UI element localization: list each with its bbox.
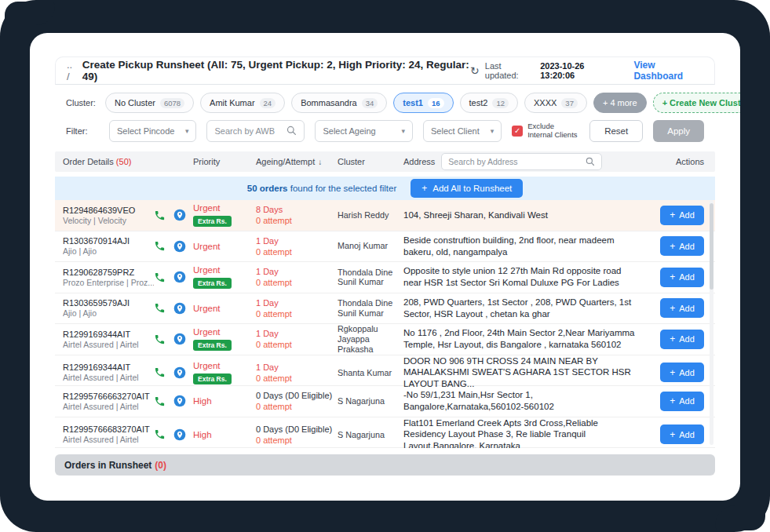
location-icon[interactable] — [173, 271, 186, 283]
awb-search-input[interactable] — [214, 126, 286, 136]
add-all-to-runsheet-button[interactable]: + Add All to Runsheet — [411, 179, 523, 198]
phone-icon[interactable] — [154, 333, 166, 345]
client-select-value: Select Client — [431, 126, 480, 136]
view-dashboard-link[interactable]: View Dashboard — [633, 60, 703, 82]
location-icon[interactable] — [173, 240, 186, 253]
location-icon[interactable] — [173, 366, 186, 379]
address-value: Flat101 Emerland Creek Apts 3rd Cross,Re… — [403, 417, 654, 449]
ageing-cell: 1 Day 0 attempt — [256, 236, 338, 257]
cluster-value: S Nagarjuna — [338, 396, 403, 406]
table-row: R1294864639VEO Velocity | Velocity Urgen… — [55, 200, 715, 231]
order-cell: R1303670914AJI Ajio | Ajio — [63, 236, 154, 256]
cluster-chip[interactable]: XXXX 37 — [524, 93, 587, 113]
column-address: Address — [403, 153, 654, 170]
phone-icon[interactable] — [154, 395, 166, 407]
address-value: No 1176 , 2nd Floor, 24th Main Sector 2,… — [403, 327, 654, 351]
phone-icon[interactable] — [154, 271, 166, 283]
orders-in-runsheet-bar[interactable]: Orders in Runsheet (0) — [55, 454, 715, 476]
pincode-select[interactable]: Select Pincode ▾ — [109, 120, 196, 142]
breadcrumb[interactable]: .. / — [67, 59, 78, 82]
orders-table-body: R1294864639VEO Velocity | Velocity Urgen… — [55, 200, 715, 448]
priority-value: Urgent — [193, 203, 256, 213]
priority-value: Urgent — [193, 242, 256, 251]
results-banner: 50 orders found for the selected filter … — [55, 177, 715, 200]
add-button[interactable]: + Add — [660, 206, 704, 225]
attempt-count: 0 attempt — [256, 309, 338, 319]
priority-value: Urgent — [193, 327, 256, 337]
phone-icon[interactable] — [154, 240, 166, 252]
apply-button[interactable]: Apply — [653, 120, 704, 142]
actions-cell: + Add — [654, 298, 704, 318]
priority-value: Urgent — [193, 265, 256, 275]
attempt-count: 0 attempt — [256, 340, 338, 349]
table-row: R1303670914AJI Ajio | Ajio Urgent 1 Day … — [55, 231, 715, 263]
actions-cell: + Add — [654, 363, 704, 382]
cluster-chip[interactable]: No Cluster 6078 — [105, 93, 194, 113]
table-header: Order Details (50) Priority Ageing/Attem… — [55, 151, 715, 172]
priority-value: High — [193, 396, 256, 406]
location-icon[interactable] — [173, 209, 186, 221]
ageing-cell: 0 Days (D0 Eligible) 0 attempt — [256, 425, 338, 445]
address-search-input[interactable] — [448, 157, 574, 166]
more-clusters-chip[interactable]: + 4 more — [593, 93, 647, 113]
client-select[interactable]: Select Client ▾ — [423, 120, 502, 142]
actions-cell: + Add — [654, 392, 704, 411]
plus-icon: + — [670, 368, 675, 377]
phone-icon[interactable] — [154, 366, 166, 378]
phone-icon[interactable] — [154, 210, 166, 221]
cluster-chip[interactable]: Bommasandra 34 — [291, 93, 387, 113]
add-button[interactable]: + Add — [660, 363, 704, 382]
attempt-count: 0 attempt — [256, 247, 338, 257]
contact-icons-cell — [154, 302, 193, 315]
cluster-value: Harish Reddy — [338, 210, 403, 220]
add-button[interactable]: + Add — [660, 330, 704, 349]
phone-icon[interactable] — [154, 302, 166, 314]
actions-cell: + Add — [654, 425, 704, 444]
add-button[interactable]: + Add — [660, 298, 704, 318]
table-row: R12995766663270AIT Airtel Assured | Airt… — [55, 386, 715, 417]
address-value: 104, Shreeji Sharan, Kandivali West — [403, 210, 654, 221]
add-label: Add — [679, 210, 695, 220]
cluster-chip[interactable]: test1 16 — [393, 93, 453, 113]
exclude-internal-checkbox[interactable]: ✓ — [512, 126, 523, 137]
cluster-chip[interactable]: test2 12 — [460, 93, 518, 113]
location-icon[interactable] — [173, 428, 186, 441]
ageing-days: 0 Days (D0 Eligible) — [256, 391, 338, 400]
cluster-value: Shanta Kumar — [338, 368, 403, 378]
cluster-value: Rgkoppalu Jayappa Prakasha — [338, 324, 403, 354]
title-group: .. / Create Pickup Runsheet (All: 75, Ur… — [67, 59, 470, 82]
reset-button[interactable]: Reset — [589, 120, 643, 142]
sort-desc-icon[interactable]: ↓ — [318, 158, 322, 166]
scrollbar-thumb[interactable] — [710, 203, 713, 290]
add-all-label: Add All to Runsheet — [432, 184, 512, 193]
priority-value: Urgent — [193, 304, 256, 313]
address-value: 208, PWD Quarters, 1st Sector , 208, PWD… — [403, 297, 654, 320]
order-cell: R1290628759PRZ Prozo Enterprise | Proz..… — [63, 268, 154, 287]
ageing-select[interactable]: Select Ageing ▾ — [315, 120, 413, 142]
order-cell: R12995766663270AIT Airtel Assured | Airt… — [63, 392, 154, 411]
order-client: Airtel Assured | Airtel — [63, 435, 154, 444]
column-ageing-attempt[interactable]: Ageing/Attempt ↓ — [256, 157, 338, 166]
actions-cell: + Add — [654, 236, 704, 256]
add-button[interactable]: + Add — [660, 425, 704, 444]
cluster-chip-count: 6078 — [160, 98, 184, 108]
chevron-down-icon: ▾ — [401, 127, 405, 135]
ageing-cell: 0 Days (D0 Eligible) 0 attempt — [256, 391, 338, 411]
add-button[interactable]: + Add — [660, 236, 704, 256]
add-button[interactable]: + Add — [660, 268, 704, 287]
add-label: Add — [679, 304, 695, 313]
add-button[interactable]: + Add — [660, 392, 704, 411]
location-icon[interactable] — [173, 302, 186, 315]
location-icon[interactable] — [173, 395, 186, 407]
cluster-value: Thondala Dine Sunil Kumar — [338, 268, 403, 287]
search-icon — [286, 126, 297, 136]
order-cell: R1294864639VEO Velocity | Velocity — [63, 206, 154, 225]
location-icon[interactable] — [173, 333, 186, 345]
refresh-icon[interactable]: ↻ — [470, 65, 480, 76]
phone-icon[interactable] — [154, 428, 166, 440]
cluster-chip[interactable]: Amit Kumar 24 — [200, 93, 285, 113]
order-client: Ajio | Ajio — [63, 246, 154, 256]
orders-in-runsheet-title: Orders in Runsheet — [64, 460, 151, 471]
create-new-cluster-button[interactable]: + Create New Cluster — [653, 93, 740, 113]
cluster-value: Manoj Kumar — [338, 241, 403, 251]
